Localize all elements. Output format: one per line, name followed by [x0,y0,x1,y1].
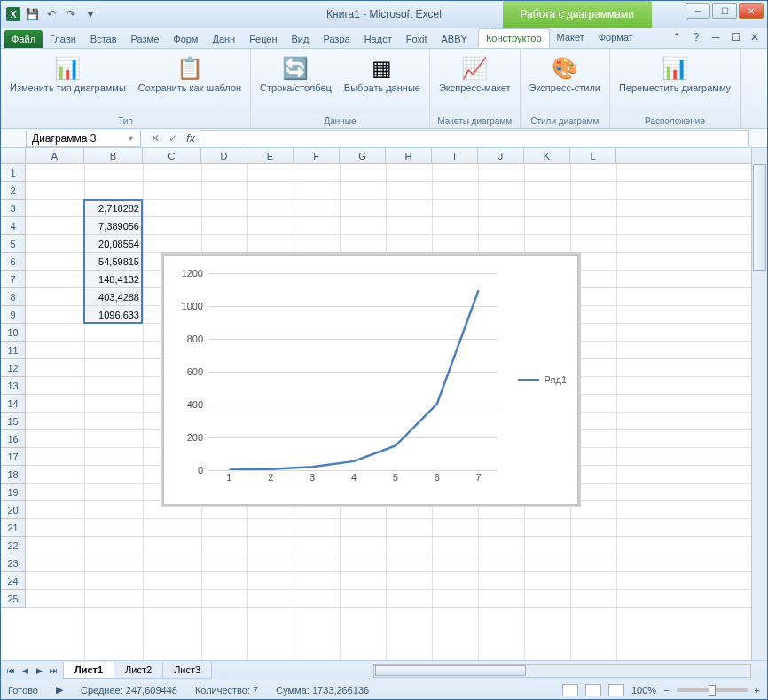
undo-button[interactable]: ↶ [43,6,59,22]
row-header-1[interactable]: 1 [1,164,25,182]
row-header-14[interactable]: 14 [1,395,25,413]
column-header-B[interactable]: B [84,148,143,163]
row-header-22[interactable]: 22 [1,537,25,554]
macro-record-icon[interactable]: ▶ [56,684,63,696]
column-header-I[interactable]: I [432,148,478,163]
column-header-D[interactable]: D [201,148,247,163]
zoom-slider-thumb[interactable] [709,685,716,696]
maximize-button[interactable]: ☐ [712,3,737,19]
tab-встав[interactable]: Встав [83,30,124,48]
accept-formula-icon[interactable]: ✓ [164,132,182,145]
row-header-12[interactable]: 12 [1,359,25,377]
inner-close-icon[interactable]: ✕ [748,30,762,44]
view-page-layout-button[interactable] [585,684,601,696]
row-header-24[interactable]: 24 [1,572,25,590]
row-header-11[interactable]: 11 [1,342,25,359]
ribbon-button[interactable]: 📊Переместить диаграмму [615,52,734,95]
row-header-19[interactable]: 19 [1,484,25,501]
fx-icon[interactable]: fx [182,132,200,145]
name-box[interactable]: Диаграмма 3 ▼ [26,130,141,147]
tab-chart-конструктор[interactable]: Конструктор [478,28,550,48]
row-header-23[interactable]: 23 [1,554,25,572]
sheet-nav-prev-icon[interactable]: ◀ [19,665,31,677]
row-header-10[interactable]: 10 [1,324,25,342]
column-header-L[interactable]: L [570,148,616,163]
column-header-F[interactable]: F [294,148,340,163]
row-header-16[interactable]: 16 [1,430,25,448]
column-header-E[interactable]: E [247,148,294,163]
ribbon-button[interactable]: ▦Выбрать данные [341,52,424,95]
ribbon-button[interactable]: 📈Экспресс-макет [435,52,514,95]
hscroll-thumb[interactable] [375,665,526,676]
ribbon-minimize-icon[interactable]: ⌃ [670,30,684,44]
chart-object[interactable]: 0200400600800100012001234567Ряд1 [163,255,578,505]
vertical-scrollbar[interactable] [751,148,767,660]
ribbon-button[interactable]: 🎨Экспресс-стили [526,52,604,95]
cancel-formula-icon[interactable]: ✕ [146,132,164,145]
tab-abby[interactable]: ABBY [435,30,474,48]
tab-разра[interactable]: Разра [316,30,357,48]
view-normal-button[interactable] [562,684,578,696]
sheet-nav-next-icon[interactable]: ▶ [33,665,45,677]
view-page-break-button[interactable] [608,684,624,696]
name-box-dropdown-icon[interactable]: ▼ [127,134,135,143]
row-header-7[interactable]: 7 [1,271,25,288]
ribbon-button[interactable]: 📋Сохранить как шаблон [135,52,245,95]
redo-button[interactable]: ↷ [63,6,79,22]
row-header-25[interactable]: 25 [1,590,25,608]
inner-min-icon[interactable]: ─ [709,30,723,44]
tab-данн[interactable]: Данн [205,30,242,48]
tab-главн[interactable]: Главн [43,30,83,48]
help-icon[interactable]: ? [689,30,703,44]
row-header-3[interactable]: 3 [1,200,25,217]
row-header-2[interactable]: 2 [1,182,25,200]
select-all-corner[interactable] [1,148,26,163]
zoom-in-button[interactable]: + [755,685,760,696]
qat-more-button[interactable]: ▾ [82,6,98,22]
tab-разме[interactable]: Разме [124,30,167,48]
inner-restore-icon[interactable]: ☐ [728,30,742,44]
formula-input[interactable] [200,130,749,146]
column-header-G[interactable]: G [340,148,386,163]
save-button[interactable]: 💾 [24,6,40,22]
tab-форм[interactable]: Форм [166,30,205,48]
column-header-H[interactable]: H [386,148,432,163]
sheet-tab[interactable]: Лист2 [114,662,163,679]
row-header-9[interactable]: 9 [1,306,25,324]
tab-chart-формат[interactable]: Формат [592,28,640,48]
chart-legend[interactable]: Ряд1 [518,374,567,385]
column-header-C[interactable]: C [143,148,201,163]
ribbon-button[interactable]: 🔄Строка/столбец [256,52,335,95]
row-header-8[interactable]: 8 [1,288,25,306]
tab-file[interactable]: Файл [4,30,43,48]
horizontal-scrollbar[interactable] [373,664,751,678]
row-header-13[interactable]: 13 [1,377,25,395]
zoom-slider[interactable] [677,688,748,692]
minimize-button[interactable]: ─ [686,3,710,19]
row-header-6[interactable]: 6 [1,253,25,271]
column-header-A[interactable]: A [26,148,84,163]
zoom-level[interactable]: 100% [631,685,656,696]
tab-foxit[interactable]: Foxit [399,30,435,48]
tab-вид[interactable]: Вид [285,30,317,48]
tab-рецен[interactable]: Рецен [242,30,284,48]
tab-надст[interactable]: Надст [357,30,399,48]
sheet-nav-last-icon[interactable]: ⏭ [47,665,59,677]
row-header-15[interactable]: 15 [1,413,25,430]
row-header-18[interactable]: 18 [1,466,25,484]
sheet-nav-first-icon[interactable]: ⏮ [4,665,17,677]
sheet-tab[interactable]: Лист3 [162,662,212,679]
close-button[interactable]: ✕ [739,3,764,19]
column-header-J[interactable]: J [478,148,524,163]
tab-chart-макет[interactable]: Макет [550,28,592,48]
spreadsheet-grid[interactable]: ABCDEFGHIJKL 123456789101112131415161718… [1,148,767,660]
ribbon-button[interactable]: 📊Изменить тип диаграммы [6,52,129,95]
row-header-21[interactable]: 21 [1,519,25,537]
zoom-out-button[interactable]: − [663,685,669,696]
vscroll-thumb[interactable] [753,164,766,271]
row-header-17[interactable]: 17 [1,448,25,466]
column-header-K[interactable]: K [524,148,570,163]
row-header-5[interactable]: 5 [1,235,25,253]
sheet-tab-active[interactable]: Лист1 [63,662,114,679]
row-header-4[interactable]: 4 [1,217,25,235]
